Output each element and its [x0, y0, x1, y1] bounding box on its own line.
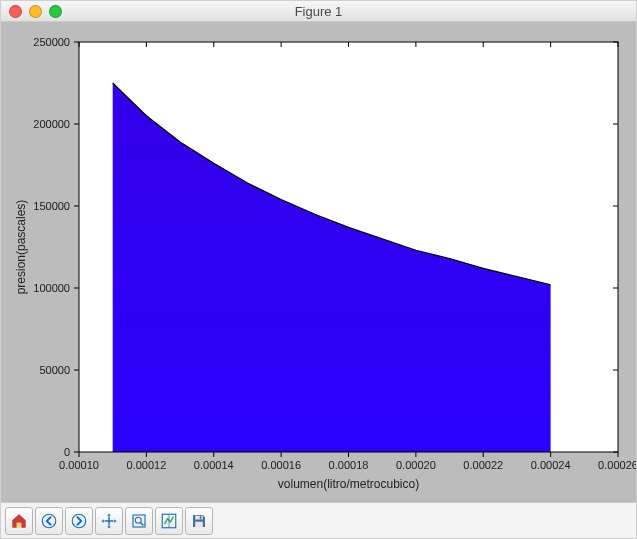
- x-tick-label: 0.00026: [598, 459, 636, 471]
- zoom-button[interactable]: [125, 507, 153, 535]
- y-tick-label: 150000: [33, 200, 70, 212]
- x-axis-label: volumen(litro/metrocubico): [278, 477, 419, 491]
- figure-area: 0.000100.000120.000140.000160.000180.000…: [1, 22, 636, 502]
- save-button[interactable]: [185, 507, 213, 535]
- svg-point-35: [135, 517, 141, 523]
- forward-button[interactable]: [65, 507, 93, 535]
- x-tick-label: 0.00022: [463, 459, 503, 471]
- svg-rect-39: [195, 515, 203, 519]
- svg-line-36: [141, 522, 144, 525]
- x-tick-label: 0.00010: [59, 459, 99, 471]
- window-title: Figure 1: [1, 4, 636, 19]
- pan-icon: [100, 512, 118, 530]
- plot-wrapper: 0.000100.000120.000140.000160.000180.000…: [1, 22, 636, 502]
- y-axis-label: presion(pascales): [14, 200, 28, 295]
- x-tick-label: 0.00020: [396, 459, 436, 471]
- x-tick-label: 0.00016: [261, 459, 301, 471]
- figure-window: Figure 1 0.000100.000120.000140.000160.0…: [0, 0, 637, 539]
- subplots-icon: [160, 512, 178, 530]
- zoom-icon: [130, 512, 148, 530]
- home-button[interactable]: [5, 507, 33, 535]
- save-icon: [190, 512, 208, 530]
- x-tick-label: 0.00018: [329, 459, 369, 471]
- svg-point-32: [42, 514, 56, 528]
- subplots-button[interactable]: [155, 507, 183, 535]
- svg-point-33: [72, 514, 86, 528]
- back-icon: [40, 512, 58, 530]
- y-tick-label: 250000: [33, 36, 70, 48]
- back-button[interactable]: [35, 507, 63, 535]
- pan-button[interactable]: [95, 507, 123, 535]
- y-tick-label: 100000: [33, 282, 70, 294]
- titlebar: Figure 1: [1, 1, 636, 22]
- y-tick-label: 0: [64, 446, 70, 458]
- x-tick-label: 0.00012: [126, 459, 166, 471]
- home-icon: [10, 512, 28, 530]
- svg-rect-41: [200, 515, 202, 519]
- x-tick-label: 0.00014: [194, 459, 234, 471]
- y-tick-label: 50000: [39, 364, 70, 376]
- toolbar: [1, 502, 636, 538]
- x-tick-label: 0.00024: [531, 459, 571, 471]
- forward-icon: [70, 512, 88, 530]
- svg-rect-40: [195, 521, 203, 526]
- y-tick-label: 200000: [33, 118, 70, 130]
- chart: 0.000100.000120.000140.000160.000180.000…: [1, 22, 636, 502]
